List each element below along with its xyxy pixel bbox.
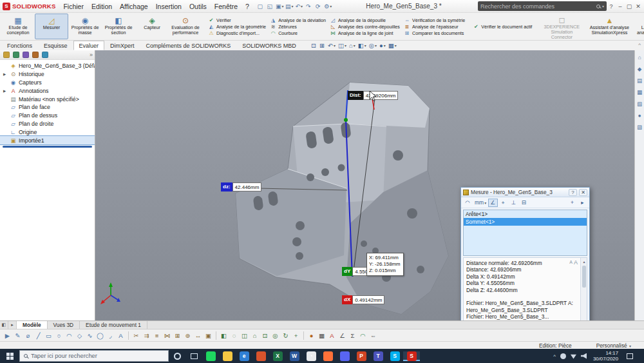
deviation-analysis-button[interactable]: ◮ Analyse de la déviation (270, 17, 326, 23)
pin-icon[interactable]: + (567, 199, 577, 207)
print-icon[interactable]: ▤▾ (285, 1, 294, 11)
spline-icon[interactable]: ∿ (85, 331, 95, 340)
linear-pattern-icon[interactable]: ⊞ (173, 331, 182, 340)
arc-measure-icon[interactable]: ◠ (463, 199, 473, 207)
powerpoint-icon[interactable]: P (353, 351, 370, 361)
polygon-icon[interactable]: ◇ (75, 331, 84, 340)
view-orientation-icon[interactable]: ⌂▾ (349, 42, 355, 49)
help-button[interactable]: ? (607, 3, 616, 10)
close-button[interactable]: ✕ (634, 3, 643, 10)
menu-item[interactable]: Fichier (59, 3, 88, 10)
model-tab[interactable]: Etude de mouvement 1 (80, 321, 147, 329)
property-manager-tab[interactable] (13, 52, 19, 58)
file-explorer-icon[interactable]: ▦ (636, 88, 643, 95)
start-button[interactable] (0, 349, 19, 363)
network-icon[interactable] (571, 353, 576, 359)
design-study-button[interactable]: ▦ Etude de conception (1, 14, 35, 39)
custom-properties-icon[interactable]: ▨ (636, 123, 643, 130)
command-search[interactable]: ▾ (478, 1, 607, 11)
rollback-bar[interactable] (3, 146, 92, 148)
font-decrease-button[interactable]: A (569, 259, 573, 266)
selection-item[interactable]: Sommet<1> (464, 218, 587, 226)
history-folder[interactable]: ▶ ⊙ Historique (0, 70, 95, 79)
results-scrollbar[interactable]: ▲ ▼ (580, 258, 587, 320)
home-icon[interactable]: ⌂ (636, 54, 643, 61)
zoom-fit-icon[interactable]: ⊡ (260, 331, 270, 340)
parting-line-analysis-button[interactable]: ⋈ Analyse de la ligne de joint (330, 30, 400, 36)
simulationxpress-wizard-button[interactable]: ▲ Assistant d'analyse SimulationXpress (585, 14, 633, 39)
front-plane[interactable]: ▱ Plan de face (0, 103, 95, 112)
flyout-icon[interactable]: ▸ (578, 199, 587, 207)
annotation-icon[interactable]: A (327, 331, 337, 340)
search-icon[interactable] (596, 5, 600, 8)
search-dropdown-icon[interactable]: ▾ (602, 4, 604, 8)
measure-icon[interactable]: ∠ (337, 331, 347, 340)
menu-item[interactable]: Edition (88, 3, 116, 10)
options-icon[interactable]: ⚙▾ (323, 1, 333, 11)
rectangle-icon[interactable]: ▭ (44, 331, 53, 340)
spotify-icon[interactable] (202, 351, 219, 361)
ribbon-tab[interactable]: SOLIDWORKS MBD (236, 41, 302, 50)
view-palette-icon[interactable]: ▧ (636, 100, 643, 107)
onedrive-icon[interactable] (560, 353, 566, 359)
volume-icon[interactable] (581, 353, 587, 359)
circular-pattern-icon[interactable]: ⊛ (183, 331, 193, 340)
ribbon-tab[interactable]: Fonctions (1, 41, 38, 50)
appearance-icon[interactable]: ● (307, 331, 316, 340)
measure-selection-list[interactable]: Arête<1>Sommet<1> (463, 210, 587, 256)
photos-icon[interactable] (252, 351, 269, 361)
design-library-icon[interactable]: ▤ (636, 77, 643, 84)
model-tab[interactable]: Vues 3D (48, 321, 80, 329)
section-properties-button[interactable]: ◧ Propriétés de section (102, 14, 135, 39)
solidworks-icon[interactable]: S (403, 351, 420, 361)
flyout-expand-icon[interactable]: » (90, 52, 93, 58)
part-node[interactable]: ◈ Hero_Me_Gen5_Base_3 (Défaut<<Déf (0, 62, 95, 70)
fillet-icon[interactable]: ◞ (106, 331, 115, 340)
performance-evaluation-button[interactable]: ⊙ Evaluation de performance (169, 14, 202, 39)
zebra-stripes-button[interactable]: ≋ Zébrures (270, 24, 326, 30)
select-icon[interactable]: ▶ (3, 331, 12, 340)
expand-arrow-icon[interactable]: ▶ (3, 72, 8, 76)
expand-arrow-icon[interactable]: ▶ (3, 89, 8, 93)
save-icon[interactable]: ▣▾ (275, 1, 285, 11)
excel-icon[interactable]: X (269, 351, 286, 361)
sketch-icon[interactable]: ✎ (13, 331, 23, 340)
show-xyz-icon[interactable]: ∠ (488, 199, 498, 207)
scrollbar-thumb[interactable] (582, 266, 586, 288)
move-entities-icon[interactable]: ↔ (193, 331, 203, 340)
selection-item[interactable]: Arête<1> (464, 210, 587, 218)
pan-icon[interactable]: + (291, 331, 301, 340)
zoom-fit-icon[interactable]: ⊡ (311, 42, 317, 49)
floxpress-analysis-button[interactable]: ≈ Lancement des analyses FloXpress (633, 14, 644, 39)
measure-button[interactable]: ◿ Mesurer (35, 14, 68, 39)
discord-icon[interactable] (336, 351, 353, 361)
tray-chevron-icon[interactable]: ^ (553, 353, 556, 359)
sketch-picture-icon[interactable]: ▣ (204, 331, 213, 340)
menu-item[interactable]: Affichage (116, 3, 152, 10)
menu-item[interactable]: Fenêtre (211, 3, 242, 10)
minimize-button[interactable]: – (616, 3, 625, 10)
trim-icon[interactable]: ✂ (131, 331, 141, 340)
draft-analysis-button[interactable]: ◿ Analyse de la dépouille (330, 17, 400, 23)
display-style-icon[interactable]: ◧▾ (358, 42, 366, 49)
configuration-manager-tab[interactable] (23, 52, 29, 58)
mass-properties-button[interactable]: ◉ Propriétés de masse (68, 14, 102, 39)
measurement-history-icon[interactable]: ⊟ (519, 199, 529, 207)
file-explorer-icon[interactable] (219, 351, 236, 361)
mirror-icon[interactable]: ⋈ (162, 331, 172, 340)
curvature-icon[interactable]: ◠ (358, 331, 368, 340)
top-plane[interactable]: ▱ Plan de dessus (0, 112, 95, 120)
model-tab[interactable]: Modèle (17, 321, 48, 329)
view-orientation-icon[interactable]: ⌂ (250, 331, 260, 340)
graphics-area[interactable]: Dist: 42.69206mm dz: 42.446mm dY 4.550 d… (95, 50, 634, 320)
symmetry-check-button[interactable]: ⇔ Vérification de la symétrie (404, 17, 465, 23)
chrome-icon[interactable]: ◔ (303, 351, 319, 361)
mass-properties-icon[interactable]: Σ (348, 331, 357, 340)
measure-dialog-titlebar[interactable]: Mesure - Hero_Me_Gen5_Base_3 ? ✕ (461, 188, 589, 197)
units-icon[interactable]: mm▾ (473, 199, 488, 207)
scroll-up-icon[interactable]: ▲ (581, 259, 587, 265)
hide-items-icon[interactable]: ◌ (229, 331, 239, 340)
zoom-area-icon[interactable]: ◎ (270, 331, 280, 340)
task-view-button[interactable] (185, 349, 202, 363)
zoom-area-icon[interactable]: ⊞ (319, 42, 325, 49)
